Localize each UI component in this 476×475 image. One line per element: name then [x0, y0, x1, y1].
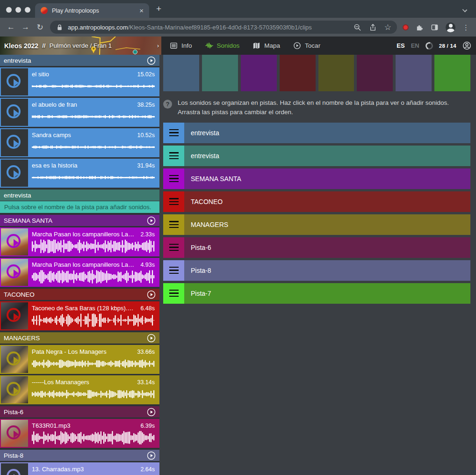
omnibox-actions: ☆ [353, 23, 391, 31]
track-name-button[interactable]: Pista-6 [184, 237, 470, 258]
window-minimize-button[interactable] [15, 7, 21, 13]
content: entrevista el sitio 15.02s el abuelo de … [0, 55, 476, 475]
clip-play-icon[interactable] [7, 234, 21, 248]
sidebar-track-header[interactable]: entrevista [0, 55, 159, 66]
tab-tocar[interactable]: Tocar [293, 42, 320, 50]
track-drag-handle[interactable] [163, 283, 184, 304]
sidebar-clip-list: T633R01.mp3 6.39s [0, 419, 159, 448]
track-drag-handle[interactable] [163, 146, 184, 166]
clip-play-icon[interactable] [7, 104, 21, 118]
back-button[interactable]: ← [4, 22, 18, 32]
track-name-button[interactable]: SEMANA SANTA [184, 168, 470, 189]
play-track-icon[interactable] [147, 216, 156, 225]
clip-play-icon[interactable] [7, 425, 21, 439]
browser-menu-icon[interactable]: ⋮ [462, 24, 469, 31]
new-tab-button[interactable]: + [156, 4, 161, 13]
sidebar-track-header[interactable]: Pista-8 [0, 450, 159, 461]
zoom-icon[interactable] [353, 23, 361, 31]
forward-button[interactable]: → [18, 22, 33, 32]
clip-play-icon[interactable] [7, 264, 21, 278]
audio-clip[interactable]: Marcha Pasan los campanilleros Las Mejor… [0, 258, 159, 287]
track-drag-handle[interactable] [163, 123, 184, 143]
account-icon[interactable] [462, 41, 471, 50]
tab-mapa[interactable]: Mapa [252, 42, 280, 50]
clip-duration: 15.02s [137, 71, 155, 78]
clip-play-icon[interactable] [7, 382, 21, 396]
sidebar-track-header[interactable]: Pista-6 [0, 406, 159, 417]
lock-icon[interactable] [56, 23, 64, 31]
clip-play-icon[interactable] [7, 74, 21, 88]
clip-duration: 10.52s [137, 132, 155, 139]
empty-track-hint: Pulsa sobre el nombre de la pista para a… [0, 201, 159, 213]
tab-info[interactable]: Info [170, 42, 192, 50]
project-title[interactable]: Kleos 2022 [4, 42, 38, 50]
extensions-puzzle-icon[interactable] [416, 23, 424, 31]
address-bar[interactable]: app.antropoloops.com/Kleos-Santa-Marina/… [50, 21, 397, 34]
track-name-button[interactable]: Pista-7 [184, 283, 470, 304]
clip-play-icon[interactable] [7, 165, 21, 179]
lang-en-button[interactable]: EN [411, 42, 419, 49]
waveform-icon [205, 42, 213, 50]
track-drag-handle[interactable] [163, 168, 184, 189]
audio-clip[interactable]: ------Los Mananagers 33.14s [0, 375, 159, 404]
tab-close-icon[interactable]: × [139, 7, 144, 14]
audio-clip[interactable]: esa es la historia 31.94s [0, 159, 159, 188]
share-icon[interactable] [369, 23, 377, 31]
clip-play-icon[interactable] [7, 308, 21, 322]
tab-sonidos[interactable]: Sonidos [205, 42, 240, 50]
project-banner[interactable]: Kleos 2022 // Pulmón verde / Fran 1 › [0, 37, 161, 55]
sidebar-track-header[interactable]: entrevista [0, 190, 159, 201]
bookmark-star-icon[interactable]: ☆ [384, 23, 391, 31]
sidebar-clip-list: Pulsa sobre el nombre de la pista para a… [0, 201, 159, 213]
audio-clip[interactable]: T633R01.mp3 6.39s [0, 419, 159, 448]
banner-next-chevron-icon[interactable]: › [157, 37, 159, 55]
sidebar-track-section: entrevista el sitio 15.02s el abuelo de … [0, 55, 159, 188]
track-drag-handle[interactable] [163, 214, 184, 235]
audio-clip[interactable]: Sandra camps 10.52s [0, 128, 159, 157]
play-track-icon[interactable] [147, 56, 156, 65]
clip-thumbnail [1, 420, 28, 447]
profile-avatar[interactable] [446, 22, 455, 32]
track-color-swatch [357, 55, 393, 91]
window-zoom-button[interactable] [25, 7, 30, 13]
play-track-icon[interactable] [147, 290, 156, 299]
audio-clip[interactable]: Marcha Pasan los campanilleros Las Mejor… [0, 227, 159, 256]
track-name-button[interactable]: TACONEO [184, 191, 470, 212]
remix-title[interactable]: Pulmón verde / Fran 1 [49, 42, 112, 49]
track-name-button[interactable]: MANAGERS [184, 214, 470, 235]
audio-clip[interactable]: Pata Negra - Los Managers 33.66s [0, 345, 159, 374]
audio-clip[interactable]: el abuelo de fran 38.25s [0, 98, 159, 127]
play-track-icon[interactable] [147, 451, 156, 460]
reload-button[interactable]: ↻ [33, 22, 47, 32]
play-track-icon[interactable] [147, 334, 156, 343]
browser-tab[interactable]: Play Antropoloops × [35, 3, 149, 18]
info-banner: ? Los sonidos se organizan en pistas. Ha… [163, 98, 470, 117]
audio-clip[interactable]: el sitio 15.02s [0, 67, 159, 96]
track-drag-handle[interactable] [163, 260, 184, 281]
clip-play-icon[interactable] [7, 135, 21, 149]
sidebar-track-header[interactable]: SEMANA SANTA [0, 215, 159, 226]
track-row: Pista-7 [163, 283, 470, 304]
lang-es-button[interactable]: ES [397, 42, 404, 49]
audio-clip[interactable]: 13. Charradas.mp3 2.64s [0, 462, 159, 475]
track-row: Pista-8 [163, 260, 470, 281]
record-extension-icon[interactable] [403, 24, 409, 30]
clip-body: 13. Charradas.mp3 2.64s [28, 463, 159, 475]
clip-title: 13. Charradas.mp3 [32, 466, 137, 473]
clip-play-icon[interactable] [7, 469, 21, 475]
track-drag-handle[interactable] [163, 191, 184, 212]
play-track-icon[interactable] [147, 408, 156, 417]
track-name-button[interactable]: entrevista [184, 123, 470, 143]
track-name-button[interactable]: entrevista [184, 146, 470, 166]
window-close-button[interactable] [6, 7, 12, 13]
sidebar-track-header[interactable]: TACONEO [0, 289, 159, 300]
toolbar-extensions: ⋮ [400, 22, 472, 32]
side-panel-icon[interactable] [431, 23, 439, 31]
clip-play-icon[interactable] [7, 351, 21, 365]
clip-info: esa es la historia 31.94s [32, 162, 155, 169]
audio-clip[interactable]: Taconeo de Sara Baras (128 kbps).mp3 6.4… [0, 301, 159, 330]
sidebar-track-header[interactable]: MANAGERS [0, 332, 159, 343]
track-name-button[interactable]: Pista-8 [184, 260, 470, 281]
tab-search-chevron-icon[interactable] [462, 7, 467, 12]
track-drag-handle[interactable] [163, 237, 184, 258]
